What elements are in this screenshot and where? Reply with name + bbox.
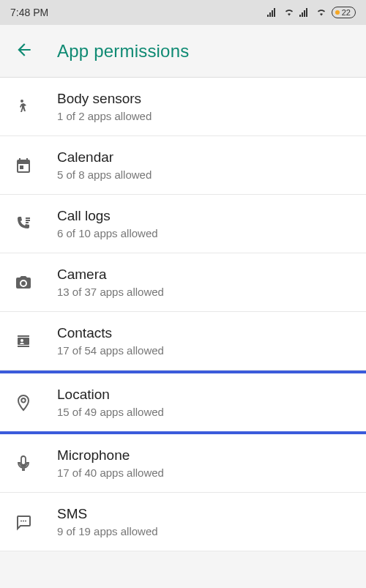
status-icons: 22 [267,7,356,18]
permission-label: Location [57,387,164,403]
permission-row-camera[interactable]: Camera 13 of 37 apps allowed [0,253,366,312]
status-bar: 7:48 PM 22 [0,0,366,25]
svg-point-0 [20,100,23,103]
permission-row-contacts[interactable]: Contacts 17 of 54 apps allowed [0,312,366,371]
permission-label: Microphone [57,447,164,464]
permission-label: Call logs [57,208,158,224]
call-logs-icon [15,215,47,233]
contacts-icon [15,332,47,350]
permission-label: SMS [57,506,158,522]
permission-label: Calendar [57,149,152,165]
permission-sub: 15 of 49 apps allowed [57,406,164,418]
signal-icon [267,8,279,17]
permission-label: Contacts [57,325,164,341]
battery-level: 22 [342,8,351,17]
back-button[interactable] [15,40,34,62]
wifi-icon-2 [315,8,327,17]
permission-row-location[interactable]: Location 15 of 49 apps allowed [0,371,366,434]
permission-sub: 13 of 37 apps allowed [57,286,164,298]
permission-row-body-sensors[interactable]: Body sensors 1 of 2 apps allowed [0,78,366,136]
permissions-list: Body sensors 1 of 2 apps allowed Calenda… [0,78,366,551]
microphone-icon [15,455,47,472]
permission-sub: 1 of 2 apps allowed [57,110,152,122]
permission-row-call-logs[interactable]: Call logs 6 of 10 apps allowed [0,195,366,253]
location-icon [15,394,47,412]
body-sensors-icon [15,98,47,116]
camera-icon [15,274,47,291]
battery-indicator: 22 [332,7,356,18]
permission-label: Camera [57,267,164,283]
permission-sub: 9 of 19 apps allowed [57,525,158,537]
svg-point-3 [25,520,26,521]
permission-sub: 6 of 10 apps allowed [57,227,158,239]
signal-icon-2 [299,8,311,17]
svg-point-2 [23,520,24,521]
svg-point-1 [20,520,22,521]
permission-row-calendar[interactable]: Calendar 5 of 8 apps allowed [0,136,366,195]
page-header: App permissions [0,25,366,78]
permission-sub: 17 of 54 apps allowed [57,344,164,357]
permission-sub: 5 of 8 apps allowed [57,168,152,181]
calendar-icon [15,157,47,174]
page-title: App permissions [57,41,189,62]
wifi-icon [283,8,295,17]
sms-icon [15,513,47,531]
permission-label: Body sensors [57,91,152,107]
permission-row-sms[interactable]: SMS 9 of 19 apps allowed [0,493,366,551]
permission-sub: 17 of 40 apps allowed [57,466,164,479]
status-time: 7:48 PM [10,7,48,18]
permission-row-microphone[interactable]: Microphone 17 of 40 apps allowed [0,434,366,493]
